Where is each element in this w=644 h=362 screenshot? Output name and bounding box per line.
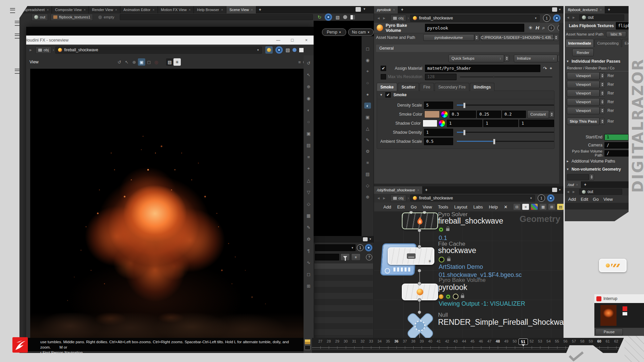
assign-material-field[interactable]: matnet/Pyro_Shader <box>425 65 540 72</box>
viewport-toolbar-icon-13[interactable]: ▦ <box>305 213 312 219</box>
update-icon[interactable]: ↻ <box>318 14 322 20</box>
expand-arrow-icon[interactable]: ► <box>566 160 569 163</box>
node-name-field[interactable]: flipb <box>616 22 633 29</box>
frame-33[interactable]: 33 <box>369 339 373 343</box>
link-number-badge[interactable]: 1 <box>357 244 364 251</box>
viewport-toolbar-icon-16[interactable]: ¶ <box>305 248 312 254</box>
viewport-toolbar-icon-11[interactable]: ▽ <box>305 189 312 195</box>
asset-name-dropdown[interactable]: pyrobakevolume <box>423 34 474 41</box>
collapse-arrow-icon[interactable]: ▼ <box>566 60 569 63</box>
max-vis-checkbox[interactable] <box>381 74 386 79</box>
gear-menu-icon[interactable]: ✳ <box>528 25 533 31</box>
render-pass-dropdown[interactable]: Rer <box>607 73 614 78</box>
cube-icon[interactable]: ▧ <box>285 47 290 53</box>
viewport-toolbar-icon-5[interactable]: ○ <box>305 119 312 125</box>
cube-icon[interactable]: ▧ <box>335 15 339 20</box>
viewport-toolbar-icon-8[interactable]: ≡ <box>305 154 312 160</box>
spinner-icon[interactable] <box>589 174 594 180</box>
display-toolbar-icon-12[interactable]: ◇ <box>364 182 371 188</box>
spinner-icon[interactable] <box>600 107 605 114</box>
close-tab-icon[interactable]: × <box>417 188 419 192</box>
shadow-color-g[interactable]: 1 <box>483 120 518 127</box>
persp-button[interactable]: Persp▼ <box>322 28 346 36</box>
spinner-icon[interactable] <box>600 90 605 97</box>
frame-31[interactable]: 31 <box>352 339 356 343</box>
viewport-toolbar-icon-12[interactable]: ◇ <box>305 201 312 207</box>
back-icon[interactable]: ◄ <box>377 196 380 200</box>
frame-47[interactable]: 47 <box>487 339 491 343</box>
frame-30[interactable]: 30 <box>343 339 347 343</box>
houdini-logo-icon[interactable]: H <box>536 25 539 31</box>
display-toolbar-icon-6[interactable]: ▣ <box>364 114 371 120</box>
node-input-dot[interactable] <box>418 310 421 314</box>
node-name-label[interactable]: shockwave <box>438 246 476 255</box>
shadow-color-r[interactable]: 1 <box>447 120 482 127</box>
node-name-label[interactable]: pyrolook <box>438 283 467 292</box>
frame-53[interactable]: 53 <box>538 339 542 343</box>
node-pick-icon[interactable]: ⌖ <box>550 66 552 71</box>
viewport-toolbar-icon-3[interactable]: ◉ <box>305 95 312 101</box>
spinner-icon[interactable] <box>549 111 554 118</box>
frame-56[interactable]: 56 <box>564 339 568 343</box>
node-input-dot[interactable] <box>418 245 421 248</box>
tab-obj-fireball-shockwave[interactable]: /obj/fireball_shockwave× <box>374 186 423 194</box>
forward-icon[interactable]: ► <box>382 16 386 20</box>
node-param-link[interactable]: ArtStation Demo <box>439 263 483 270</box>
display-toolbar-icon-8[interactable]: ✎ <box>364 137 371 143</box>
main-tab-spreadsheet[interactable]: Spreadsheet× <box>21 6 52 13</box>
viewport-toolbar-icon-1[interactable]: ↖ <box>305 72 312 78</box>
display-toolbar-icon-5[interactable]: ◐ <box>364 103 371 109</box>
add-tab-button[interactable]: + <box>423 186 430 194</box>
max-vis-slider[interactable] <box>460 76 552 77</box>
close-tab-icon[interactable]: × <box>189 8 191 12</box>
renderer-dropdown[interactable]: Viewport <box>567 89 600 97</box>
desktop-menu-icon[interactable] <box>15 69 20 74</box>
smoke-color-swatch[interactable] <box>424 111 440 118</box>
camera-toggle-icon[interactable] <box>305 345 311 350</box>
add-tab-button[interactable]: + <box>605 6 613 13</box>
display-toolbar-icon-10[interactable]: ≡ <box>364 160 371 166</box>
sceneview-titlebar[interactable]: Houdini FX - sceneview — □ × <box>26 36 314 45</box>
node-name-label[interactable]: RENDER_Simple_Fireball_Shockwave <box>438 318 564 327</box>
layout-boxes-icon[interactable]: ⊞ <box>548 204 555 210</box>
cache-badge[interactable] <box>439 257 444 262</box>
close-tab-icon[interactable]: × <box>393 8 395 12</box>
color-palette-icon[interactable] <box>531 204 538 210</box>
frame-45[interactable]: 45 <box>470 339 474 343</box>
pane-menu-arrow-icon[interactable]: ▼ <box>363 7 366 11</box>
param-tab-smoke[interactable]: Smoke <box>377 83 397 91</box>
quick-setups-button[interactable]: Quick Setups↓ <box>448 55 504 62</box>
frame-59[interactable]: 59 <box>589 339 593 343</box>
minimize-icon[interactable]: — <box>276 38 280 43</box>
select-tool-icon[interactable]: ↖ <box>123 58 130 66</box>
back-icon[interactable]: ◄ <box>377 16 380 20</box>
param-tab-fire[interactable]: Fire <box>420 83 434 91</box>
back-icon[interactable]: ◄ <box>566 190 570 194</box>
viewport-toolbar-icon-7[interactable]: ▤ <box>305 142 312 148</box>
node-filecache[interactable]: ≣ <box>388 247 434 265</box>
display-toolbar-icon-2[interactable]: ⌖ <box>364 68 371 74</box>
follow-target-icon[interactable] <box>275 46 283 54</box>
viewport-toolbar-icon-6[interactable]: ▣ <box>305 130 312 136</box>
display-list-icon[interactable]: ≡ <box>296 58 303 66</box>
network-menu-help[interactable]: Help <box>489 204 498 209</box>
viewport-toolbar-icon-15[interactable]: ⚙ <box>305 236 312 242</box>
frame-36[interactable]: 36 <box>394 339 398 343</box>
view-tool-icon[interactable]: ↺ <box>116 58 123 66</box>
frame-62[interactable]: 62 <box>614 339 618 343</box>
node-path-field[interactable]: fireball_shockwave ▼ <box>55 47 262 54</box>
search-icon[interactable]: ⌕ <box>542 25 545 31</box>
close-tab-icon[interactable]: × <box>221 8 223 12</box>
node-input-dot[interactable] <box>418 282 421 285</box>
rop-node-chip[interactable] <box>599 259 627 272</box>
path-input[interactable] <box>120 14 313 20</box>
spinner-icon[interactable] <box>600 81 605 88</box>
flipbook-tab-compositing[interactable]: Compositing <box>594 39 621 47</box>
shadow-color-swatch[interactable] <box>423 120 437 127</box>
disabled-tool-icon[interactable]: ◎ <box>153 58 160 66</box>
display-flag-badge[interactable] <box>439 227 443 232</box>
frame-35[interactable]: 35 <box>386 339 390 343</box>
frame-43[interactable]: 43 <box>453 339 458 343</box>
smoke-color-mode-dropdown[interactable]: Constant <box>527 110 549 118</box>
renderer-dropdown[interactable]: Viewport <box>567 72 600 79</box>
